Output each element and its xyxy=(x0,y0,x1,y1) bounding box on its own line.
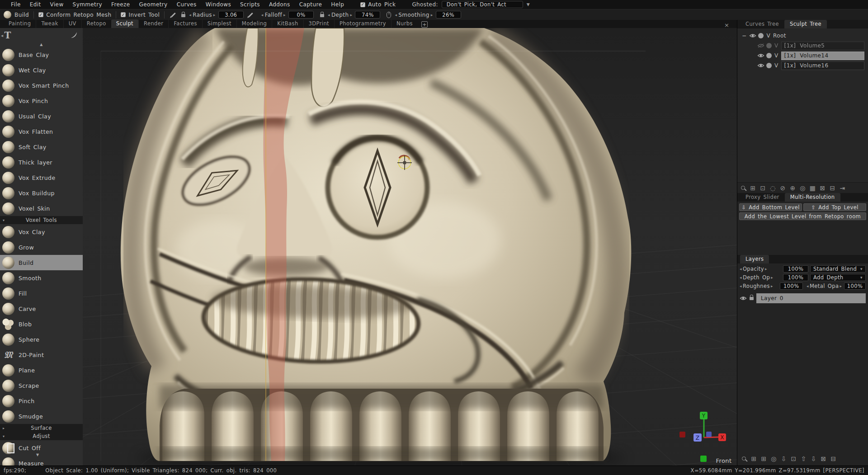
tab-sculpt-tree[interactable]: Sculpt Tree xyxy=(784,20,827,28)
zoom-icon[interactable] xyxy=(740,455,748,462)
trash-icon[interactable]: ⊟ xyxy=(829,184,836,192)
tab-multi-resolution[interactable]: Multi-Resolution xyxy=(785,193,840,202)
add-lowest-level-button[interactable]: Add the Lowest Level from Retopo room xyxy=(739,212,866,220)
add-room-button[interactable]: + xyxy=(421,21,428,28)
sidebar-item-base-clay[interactable]: Base Clay xyxy=(0,47,83,62)
tab-tweak[interactable]: Tweak xyxy=(36,19,63,28)
viewport-3d[interactable]: Y Z X Front xyxy=(83,28,737,466)
menu-geometry[interactable]: Geometry xyxy=(135,1,172,8)
spinner-right-icon[interactable]: ▸ xyxy=(213,13,216,17)
merge-target-icon[interactable]: ◌ xyxy=(769,184,777,192)
spinner-left-icon[interactable]: ◂ xyxy=(328,13,330,17)
to-origin-icon[interactable]: ◎ xyxy=(799,184,807,192)
layer-name[interactable]: Layer 0 xyxy=(756,293,866,303)
radius-lock-icon[interactable] xyxy=(181,14,185,17)
section-voxel-tools[interactable]: ▾Voxel Tools xyxy=(0,216,83,224)
sidebar-item-cut-off[interactable]: Cut Off xyxy=(0,440,83,456)
tab-simplest[interactable]: Simplest xyxy=(202,19,236,28)
zoom-icon[interactable] xyxy=(739,184,747,192)
auto-pick-toggle[interactable]: ✓ Auto Pick xyxy=(360,1,396,8)
layer-row[interactable]: Layer 0 xyxy=(740,293,866,303)
depth-blend-dropdown[interactable]: Add Depth▾ xyxy=(810,274,866,281)
sculpt-model[interactable] xyxy=(121,28,631,461)
trash-icon[interactable]: ⊟ xyxy=(830,455,837,462)
depth-value[interactable]: 74% xyxy=(355,11,380,19)
visibility-eye-icon[interactable] xyxy=(749,33,756,38)
sidebar-item-sphere[interactable]: Sphere xyxy=(0,332,83,347)
sidebar-item-vox-buildup[interactable]: Vox Buildup xyxy=(0,185,83,201)
sidebar-item-smudge[interactable]: Smudge xyxy=(0,409,83,424)
ghost-off-icon[interactable]: ⊘ xyxy=(779,184,787,192)
scroll-down-icon[interactable]: ▼ xyxy=(36,453,39,457)
layer-lock-icon[interactable] xyxy=(750,297,754,300)
pen-pressure-depth-icon[interactable] xyxy=(248,12,253,17)
sidebar-item-usual-clay[interactable]: Usual Clay xyxy=(0,108,83,124)
axis-square-blue[interactable] xyxy=(706,432,712,437)
tab-proxy-slider[interactable]: Proxy Slider xyxy=(740,193,785,202)
tree-row-volume16[interactable]: V [1x] Volume16 xyxy=(742,61,866,71)
tab-modeling[interactable]: Modeling xyxy=(236,19,272,28)
sidebar-item-vox-extrude[interactable]: Vox Extrude xyxy=(0,170,83,185)
axis-gizmo[interactable]: Y Z X Front xyxy=(679,412,731,464)
sidebar-item-wet-clay[interactable]: Wet Clay xyxy=(0,62,83,78)
tab-uv[interactable]: UV xyxy=(63,19,81,28)
menu-edit[interactable]: Edit xyxy=(25,1,46,8)
sidebar-item-pinch[interactable]: Pinch xyxy=(0,393,83,409)
sidebar-item-voxel-skin[interactable]: Voxel Skin xyxy=(0,201,83,216)
spinner-left-icon[interactable]: ◂ xyxy=(261,13,264,17)
metal-spinner[interactable]: ◂Metal Opa▸ xyxy=(807,283,842,289)
sidebar-item-vox-clay[interactable]: Vox Clay xyxy=(0,224,83,240)
collapse-panel-icon[interactable]: ◂ xyxy=(1,33,3,38)
spinner-left-icon[interactable]: ◂ xyxy=(189,13,191,17)
ghosted-dropdown[interactable]: Don't Pick, Don't Act xyxy=(442,1,523,8)
tab-kitbash[interactable]: KitBash xyxy=(272,19,303,28)
visibility-eye-icon[interactable] xyxy=(757,63,764,68)
tree-row-volume14[interactable]: V [1x] Volume14 xyxy=(742,51,866,61)
menu-symmetry[interactable]: Symmetry xyxy=(68,1,107,8)
sidebar-item-vox-pinch[interactable]: Vox Pinch xyxy=(0,93,83,108)
smoothing-value[interactable]: 26% xyxy=(436,11,461,19)
ghosted-dropdown-arrow-icon[interactable]: ▼ xyxy=(527,2,530,7)
blend-mode-dropdown[interactable]: Standard Blend▾ xyxy=(810,265,866,273)
delete-layer-icon[interactable]: ⊠ xyxy=(820,455,827,462)
volume-name-box[interactable]: [1x] Volume5 xyxy=(781,42,864,50)
menu-freeze[interactable]: Freeze xyxy=(107,1,135,8)
close-icon[interactable]: × xyxy=(724,22,729,28)
spinner-right-icon[interactable]: ▸ xyxy=(350,13,352,17)
tree-row-root[interactable]: − V Root xyxy=(742,31,866,41)
sidebar-item-soft-clay[interactable]: Soft Clay xyxy=(0,139,83,155)
add-top-level-button[interactable]: ⇧ Add Top Level xyxy=(803,203,866,211)
sidebar-item-build[interactable]: Build xyxy=(0,255,83,270)
conform-retopo-toggle[interactable]: ✓ Conform Retopo Mesh xyxy=(38,12,111,18)
pen-pressure-radius-icon[interactable] xyxy=(171,12,176,17)
record-icon[interactable]: ◎ xyxy=(770,455,778,462)
tab-sculpt[interactable]: Sculpt xyxy=(111,19,138,28)
import-icon[interactable]: ⊕ xyxy=(789,184,797,192)
menu-addons[interactable]: Addons xyxy=(264,1,295,8)
section-adjust[interactable]: ▾Adjust xyxy=(0,432,83,440)
tab-curves-tree[interactable]: Curves Tree xyxy=(740,20,784,28)
falloff-value[interactable]: 0% xyxy=(288,11,314,19)
roughness-spinner[interactable]: ◂Roughnes▸ xyxy=(740,283,778,289)
menu-help[interactable]: Help xyxy=(326,1,349,8)
depth-op-spinner[interactable]: ◂Depth Op▸ xyxy=(740,274,781,281)
visibility-eye-off-icon[interactable] xyxy=(757,43,764,48)
radius-value[interactable]: 3.06 xyxy=(218,11,244,19)
volume-name-box[interactable]: [1x] Volume16 xyxy=(781,61,864,70)
menu-curves[interactable]: Curves xyxy=(172,1,201,8)
opacity-spinner[interactable]: ◂Opacity▸ xyxy=(740,266,781,272)
brush-stroke-icon[interactable] xyxy=(70,32,78,39)
grid-icon[interactable]: ▦ xyxy=(809,184,816,192)
spinner-right-icon[interactable]: ▸ xyxy=(283,13,286,17)
add-layer-icon[interactable]: ⊞ xyxy=(750,455,758,462)
sidebar-item-measure[interactable]: Measure ▼ xyxy=(0,456,83,466)
menu-scripts[interactable]: Scripts xyxy=(236,1,264,8)
depth-spinner[interactable]: ◂ Depth ▸ xyxy=(328,12,352,18)
tab-factures[interactable]: Factures xyxy=(168,19,202,28)
smoothing-spinner[interactable]: ◂ Smoothing ▸ xyxy=(395,12,433,18)
menu-view[interactable]: View xyxy=(46,1,68,8)
menu-windows[interactable]: Windows xyxy=(201,1,236,8)
delete-file-icon[interactable]: ⊠ xyxy=(819,184,826,192)
axis-square-green[interactable] xyxy=(700,456,707,462)
collapse-root-icon[interactable]: − xyxy=(742,33,746,39)
